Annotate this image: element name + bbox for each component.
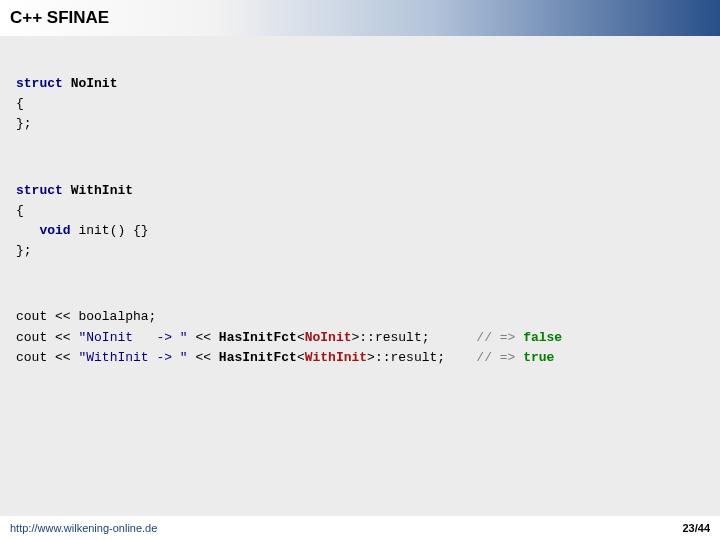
footer-page-number: 23/44 — [682, 522, 710, 534]
footer-url: http://www.wilkening-online.de — [10, 522, 157, 534]
code-text: << — [188, 330, 219, 345]
code-text: << — [188, 350, 219, 365]
brace-open: { — [16, 96, 24, 111]
string-literal: "NoInit -> " — [78, 330, 187, 345]
keyword-struct: struct — [16, 183, 63, 198]
comment: // => — [476, 330, 523, 345]
brace-close: }; — [16, 243, 32, 258]
class-hasinitfct: HasInitFct — [219, 350, 297, 365]
value-true: true — [523, 350, 554, 365]
type-arg: WithInit — [305, 350, 367, 365]
keyword-struct: struct — [16, 76, 63, 91]
comment: // => — [476, 350, 523, 365]
brace-close: }; — [16, 116, 32, 131]
padding — [430, 330, 477, 345]
footer: http://www.wilkening-online.de 23/44 — [0, 516, 720, 540]
slide-title: C++ SFINAE — [10, 8, 109, 28]
code-block-struct-withinit: struct WithInit { void init() {} }; — [16, 181, 704, 262]
code-text: cout << — [16, 350, 78, 365]
code-text: >::result; — [352, 330, 430, 345]
brace-open: { — [16, 203, 24, 218]
code-text: cout << — [16, 330, 78, 345]
method-init: init() {} — [71, 223, 149, 238]
type-arg: NoInit — [305, 330, 352, 345]
code-line: cout << boolalpha; — [16, 309, 156, 324]
code-text: < — [297, 330, 305, 345]
string-literal: "WithInit -> " — [78, 350, 187, 365]
type-noinit: NoInit — [71, 76, 118, 91]
keyword-void: void — [39, 223, 70, 238]
type-withinit: WithInit — [71, 183, 133, 198]
value-false: false — [523, 330, 562, 345]
code-text: >::result; — [367, 350, 445, 365]
code-area: struct NoInit { }; struct WithInit { voi… — [0, 36, 720, 414]
code-block-output: cout << boolalpha; cout << "NoInit -> " … — [16, 307, 704, 367]
class-hasinitfct: HasInitFct — [219, 330, 297, 345]
code-block-struct-noinit: struct NoInit { }; — [16, 74, 704, 134]
code-text: < — [297, 350, 305, 365]
title-bar: C++ SFINAE — [0, 0, 720, 36]
padding — [445, 350, 476, 365]
